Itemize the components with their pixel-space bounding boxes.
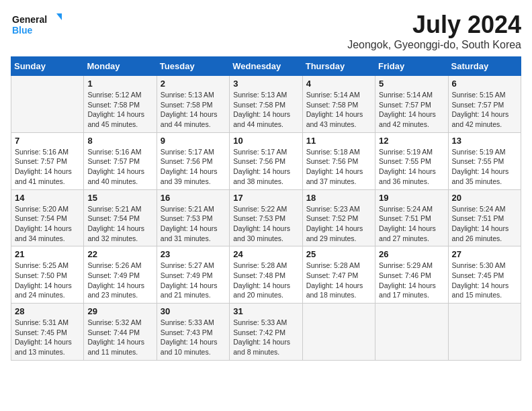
calendar-week-row: 28Sunrise: 5:31 AMSunset: 7:45 PMDayligh… bbox=[11, 304, 521, 361]
calendar-cell: 1Sunrise: 5:12 AMSunset: 7:58 PMDaylight… bbox=[84, 76, 157, 133]
main-title: July 2024 bbox=[347, 11, 521, 39]
day-number: 7 bbox=[15, 136, 80, 146]
calendar-cell: 28Sunrise: 5:31 AMSunset: 7:45 PMDayligh… bbox=[11, 304, 84, 361]
day-info: Sunrise: 5:17 AMSunset: 7:56 PMDaylight:… bbox=[233, 147, 298, 187]
day-info: Sunrise: 5:26 AMSunset: 7:49 PMDaylight:… bbox=[87, 261, 152, 300]
calendar-week-row: 1Sunrise: 5:12 AMSunset: 7:58 PMDaylight… bbox=[11, 76, 521, 133]
day-info: Sunrise: 5:21 AMSunset: 7:54 PMDaylight:… bbox=[87, 204, 152, 244]
day-info: Sunrise: 5:15 AMSunset: 7:57 PMDaylight:… bbox=[452, 90, 517, 130]
day-number: 30 bbox=[161, 306, 226, 316]
calendar-cell: 27Sunrise: 5:30 AMSunset: 7:45 PMDayligh… bbox=[448, 246, 521, 304]
calendar-cell bbox=[302, 304, 375, 361]
day-number: 20 bbox=[452, 193, 517, 203]
day-number: 18 bbox=[306, 193, 371, 203]
day-info: Sunrise: 5:14 AMSunset: 7:58 PMDaylight:… bbox=[306, 90, 371, 130]
calendar-cell bbox=[448, 304, 521, 361]
calendar-cell: 18Sunrise: 5:23 AMSunset: 7:52 PMDayligh… bbox=[302, 189, 375, 246]
calendar-cell bbox=[11, 76, 84, 133]
calendar-cell: 8Sunrise: 5:16 AMSunset: 7:57 PMDaylight… bbox=[84, 132, 157, 189]
calendar-cell: 12Sunrise: 5:19 AMSunset: 7:55 PMDayligh… bbox=[375, 132, 448, 189]
calendar-table: SundayMondayTuesdayWednesdayThursdayFrid… bbox=[11, 56, 521, 361]
day-number: 16 bbox=[161, 193, 226, 203]
calendar-day-header: Thursday bbox=[302, 57, 375, 76]
day-number: 6 bbox=[452, 79, 517, 89]
calendar-header-row: SundayMondayTuesdayWednesdayThursdayFrid… bbox=[11, 57, 521, 76]
day-info: Sunrise: 5:17 AMSunset: 7:56 PMDaylight:… bbox=[161, 147, 226, 187]
day-number: 29 bbox=[87, 306, 152, 316]
calendar-cell: 4Sunrise: 5:14 AMSunset: 7:58 PMDaylight… bbox=[302, 76, 375, 133]
calendar-cell: 29Sunrise: 5:32 AMSunset: 7:44 PMDayligh… bbox=[84, 304, 157, 361]
calendar-day-header: Wednesday bbox=[230, 57, 302, 76]
day-number: 2 bbox=[161, 79, 226, 89]
calendar-cell: 30Sunrise: 5:33 AMSunset: 7:43 PMDayligh… bbox=[157, 304, 229, 361]
day-info: Sunrise: 5:25 AMSunset: 7:50 PMDaylight:… bbox=[15, 261, 80, 300]
day-number: 8 bbox=[87, 136, 152, 146]
day-info: Sunrise: 5:13 AMSunset: 7:58 PMDaylight:… bbox=[161, 90, 226, 130]
calendar-cell: 7Sunrise: 5:16 AMSunset: 7:57 PMDaylight… bbox=[11, 132, 84, 189]
calendar-week-row: 21Sunrise: 5:25 AMSunset: 7:50 PMDayligh… bbox=[11, 246, 521, 304]
calendar-cell: 26Sunrise: 5:29 AMSunset: 7:46 PMDayligh… bbox=[375, 246, 448, 304]
calendar-cell: 10Sunrise: 5:17 AMSunset: 7:56 PMDayligh… bbox=[230, 132, 302, 189]
day-info: Sunrise: 5:24 AMSunset: 7:51 PMDaylight:… bbox=[452, 204, 517, 244]
day-number: 15 bbox=[87, 193, 152, 203]
day-info: Sunrise: 5:31 AMSunset: 7:45 PMDaylight:… bbox=[15, 318, 80, 357]
calendar-cell: 13Sunrise: 5:19 AMSunset: 7:55 PMDayligh… bbox=[448, 132, 521, 189]
calendar-cell: 2Sunrise: 5:13 AMSunset: 7:58 PMDaylight… bbox=[157, 76, 229, 133]
calendar-cell: 9Sunrise: 5:17 AMSunset: 7:56 PMDaylight… bbox=[157, 132, 229, 189]
calendar-day-header: Monday bbox=[84, 57, 157, 76]
day-info: Sunrise: 5:30 AMSunset: 7:45 PMDaylight:… bbox=[452, 261, 517, 300]
calendar-cell: 23Sunrise: 5:27 AMSunset: 7:49 PMDayligh… bbox=[157, 246, 229, 304]
day-number: 12 bbox=[379, 136, 444, 146]
page-header: General Blue July 2024 Jeongok, Gyeonggi… bbox=[11, 11, 521, 51]
day-number: 14 bbox=[15, 193, 80, 203]
day-info: Sunrise: 5:28 AMSunset: 7:47 PMDaylight:… bbox=[306, 261, 371, 300]
day-info: Sunrise: 5:12 AMSunset: 7:58 PMDaylight:… bbox=[87, 90, 152, 130]
calendar-cell: 11Sunrise: 5:18 AMSunset: 7:56 PMDayligh… bbox=[302, 132, 375, 189]
day-number: 24 bbox=[233, 249, 298, 259]
day-info: Sunrise: 5:16 AMSunset: 7:57 PMDaylight:… bbox=[87, 147, 152, 187]
day-info: Sunrise: 5:20 AMSunset: 7:54 PMDaylight:… bbox=[15, 204, 80, 244]
day-number: 28 bbox=[15, 306, 80, 316]
day-number: 31 bbox=[233, 306, 298, 316]
calendar-cell: 19Sunrise: 5:24 AMSunset: 7:51 PMDayligh… bbox=[375, 189, 448, 246]
day-info: Sunrise: 5:33 AMSunset: 7:43 PMDaylight:… bbox=[161, 318, 226, 357]
svg-text:General: General bbox=[12, 14, 47, 25]
day-info: Sunrise: 5:28 AMSunset: 7:48 PMDaylight:… bbox=[233, 261, 298, 300]
day-number: 27 bbox=[452, 249, 517, 259]
calendar-cell: 14Sunrise: 5:20 AMSunset: 7:54 PMDayligh… bbox=[11, 189, 84, 246]
day-number: 4 bbox=[306, 79, 371, 89]
svg-text:Blue: Blue bbox=[12, 25, 33, 36]
day-info: Sunrise: 5:24 AMSunset: 7:51 PMDaylight:… bbox=[379, 204, 444, 244]
day-info: Sunrise: 5:21 AMSunset: 7:53 PMDaylight:… bbox=[161, 204, 226, 244]
day-number: 17 bbox=[233, 193, 298, 203]
day-info: Sunrise: 5:22 AMSunset: 7:53 PMDaylight:… bbox=[233, 204, 298, 244]
day-number: 13 bbox=[452, 136, 517, 146]
day-number: 19 bbox=[379, 193, 444, 203]
logo-svg: General Blue bbox=[11, 11, 64, 38]
day-info: Sunrise: 5:29 AMSunset: 7:46 PMDaylight:… bbox=[379, 261, 444, 300]
day-info: Sunrise: 5:23 AMSunset: 7:52 PMDaylight:… bbox=[306, 204, 371, 244]
calendar-week-row: 7Sunrise: 5:16 AMSunset: 7:57 PMDaylight… bbox=[11, 132, 521, 189]
calendar-cell: 16Sunrise: 5:21 AMSunset: 7:53 PMDayligh… bbox=[157, 189, 229, 246]
calendar-cell: 24Sunrise: 5:28 AMSunset: 7:48 PMDayligh… bbox=[230, 246, 302, 304]
day-info: Sunrise: 5:16 AMSunset: 7:57 PMDaylight:… bbox=[15, 147, 80, 187]
calendar-cell: 31Sunrise: 5:33 AMSunset: 7:42 PMDayligh… bbox=[230, 304, 302, 361]
calendar-cell: 17Sunrise: 5:22 AMSunset: 7:53 PMDayligh… bbox=[230, 189, 302, 246]
day-number: 1 bbox=[87, 79, 152, 89]
day-number: 23 bbox=[161, 249, 226, 259]
day-info: Sunrise: 5:19 AMSunset: 7:55 PMDaylight:… bbox=[452, 147, 517, 187]
calendar-day-header: Friday bbox=[375, 57, 448, 76]
day-info: Sunrise: 5:19 AMSunset: 7:55 PMDaylight:… bbox=[379, 147, 444, 187]
calendar-cell: 3Sunrise: 5:13 AMSunset: 7:58 PMDaylight… bbox=[230, 76, 302, 133]
calendar-cell: 20Sunrise: 5:24 AMSunset: 7:51 PMDayligh… bbox=[448, 189, 521, 246]
day-info: Sunrise: 5:33 AMSunset: 7:42 PMDaylight:… bbox=[233, 318, 298, 357]
title-section: July 2024 Jeongok, Gyeonggi-do, South Ko… bbox=[347, 11, 521, 51]
day-number: 11 bbox=[306, 136, 371, 146]
calendar-day-header: Sunday bbox=[11, 57, 84, 76]
calendar-cell: 5Sunrise: 5:14 AMSunset: 7:57 PMDaylight… bbox=[375, 76, 448, 133]
calendar-cell: 22Sunrise: 5:26 AMSunset: 7:49 PMDayligh… bbox=[84, 246, 157, 304]
calendar-week-row: 14Sunrise: 5:20 AMSunset: 7:54 PMDayligh… bbox=[11, 189, 521, 246]
day-number: 22 bbox=[87, 249, 152, 259]
day-number: 26 bbox=[379, 249, 444, 259]
day-number: 9 bbox=[161, 136, 226, 146]
